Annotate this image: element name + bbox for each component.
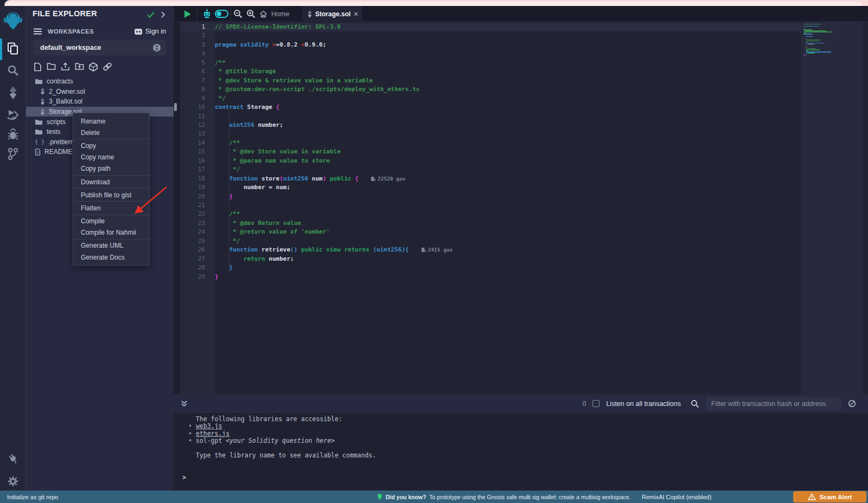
line-number: 12 — [180, 121, 205, 130]
copilot-status[interactable]: RemixAI Copilot (enabled) — [642, 491, 711, 503]
file-explorer-icon[interactable] — [0, 42, 26, 55]
code-line-1: // SPDX-License-Identifier: GPL-3.0 — [215, 23, 341, 31]
code-line-23: * @dev Return value — [215, 219, 301, 228]
line-number: 6 — [180, 67, 205, 76]
settings-icon[interactable] — [0, 475, 26, 487]
menu-item-download[interactable]: Download — [73, 176, 149, 188]
line-number: 27 — [180, 255, 205, 263]
new-file-icon[interactable] — [34, 62, 42, 72]
line-number: 7 — [180, 76, 205, 85]
line-number: 17 — [180, 165, 205, 174]
code-line-18: function store(uint256 num) public {2252… — [215, 175, 405, 183]
zoom-out-icon[interactable] — [233, 9, 242, 18]
minimap[interactable] — [801, 22, 863, 394]
menu-item-flatten[interactable]: Flatten — [73, 202, 149, 214]
code-line-10: contract Storage { — [215, 103, 279, 112]
line-number: 18 — [180, 175, 205, 183]
run-script-button[interactable] — [184, 10, 191, 18]
line-number: 15 — [180, 147, 205, 156]
minimap-line — [804, 31, 833, 32]
tab-storage-sol[interactable]: Storage.sol ✕ — [302, 6, 362, 22]
clear-console-icon[interactable] — [848, 399, 856, 408]
code-line-12: uint256 number; — [215, 121, 283, 130]
menu-item-generate-uml[interactable]: Generate UML — [73, 240, 149, 252]
menu-item-delete[interactable]: Delete — [73, 127, 149, 138]
copilot-toggle[interactable] — [215, 10, 228, 18]
ai-copilot-robot-icon[interactable] — [202, 9, 212, 19]
tab-home[interactable]: Home — [259, 6, 289, 22]
code-line-27: return number; — [215, 255, 294, 263]
tree-item-label: scripts — [47, 118, 66, 126]
sign-in-button[interactable]: Sign in — [134, 28, 166, 35]
tree-item-3-ballot-sol[interactable]: 3_Ballot.sol — [26, 96, 174, 107]
remix-logo-icon[interactable] — [0, 10, 26, 31]
tree-item-label: contracts — [47, 78, 73, 85]
listen-all-transactions-checkbox[interactable] — [592, 400, 599, 407]
chevron-right-icon[interactable] — [161, 11, 165, 18]
tree-item-contracts[interactable]: contracts — [26, 76, 174, 87]
zoom-in-icon[interactable] — [246, 9, 256, 18]
workspaces-label: WORKSPACES — [48, 28, 94, 35]
ipfs-box-icon[interactable] — [89, 62, 98, 72]
menu-item-compile-for-nahmii[interactable]: Compile for Nahmii — [73, 227, 149, 238]
menu-separator — [73, 139, 149, 139]
editor-tabbar: Home Storage.sol ✕ — [174, 6, 868, 22]
menu-item-copy[interactable]: Copy — [73, 140, 149, 151]
scam-alert-badge[interactable]: Scam Alert — [793, 491, 866, 502]
search-icon[interactable] — [0, 65, 26, 76]
upload-folder-icon[interactable] — [75, 62, 84, 72]
search-icon[interactable] — [691, 399, 699, 408]
line-number: 28 — [180, 263, 205, 272]
tree-item-2-owner-sol[interactable]: 2_Owner.sol — [26, 87, 174, 97]
code-line-8: * @custom:dev-run-script ./scripts/deplo… — [215, 85, 420, 94]
code-line-16: * @param num value to store — [215, 157, 330, 165]
warning-icon — [808, 493, 816, 500]
code-line-5: /** — [215, 59, 226, 67]
git-icon[interactable] — [0, 147, 26, 160]
line-number: 24 — [180, 228, 205, 236]
menu-item-publish-file-to-gist[interactable]: Publish file to gist — [73, 189, 149, 201]
minimap-line — [806, 36, 813, 37]
terminal-prompt: > — [182, 474, 186, 481]
solidity-compiler-icon[interactable] — [0, 86, 26, 99]
check-icon[interactable] — [146, 11, 155, 18]
minimap-line — [803, 34, 813, 34]
gas-estimate-badge: 2415 gas — [421, 246, 453, 254]
terminal-library-link[interactable]: • web3.js — [188, 423, 222, 430]
init-git-repo-button[interactable]: Initialize as git repo — [7, 491, 58, 503]
plugin-manager-icon[interactable] — [0, 453, 26, 465]
link-icon[interactable] — [103, 62, 112, 72]
menu-item-rename[interactable]: Rename — [73, 115, 149, 127]
code-line-6: * @title Storage — [215, 67, 276, 76]
deploy-run-icon[interactable] — [0, 109, 26, 121]
code-line-20: } — [215, 192, 233, 201]
minimap-line — [803, 24, 821, 24]
expand-terminal-icon[interactable] — [181, 400, 188, 408]
menu-item-compile[interactable]: Compile — [73, 216, 149, 227]
upload-file-icon[interactable] — [61, 62, 70, 72]
line-number: 19 — [180, 183, 205, 192]
minimap-line — [806, 40, 822, 40]
transaction-filter-input[interactable] — [706, 397, 841, 410]
workspace-select[interactable]: default_workspace — [34, 40, 166, 55]
browser-top-strip — [4, 0, 868, 6]
new-folder-icon[interactable] — [47, 62, 56, 72]
tree-item-label: tests — [47, 128, 60, 136]
line-number: 9 — [180, 94, 205, 103]
menu-item-copy-path[interactable]: Copy path — [73, 163, 149, 175]
code-line-14: /** — [215, 139, 240, 147]
minimap-line — [806, 54, 807, 54]
panel-title: FILE EXPLORER — [33, 9, 97, 18]
menu-item-generate-docs[interactable]: Generate Docs — [73, 252, 149, 263]
gas-estimate-badge: 22520 gas — [371, 175, 405, 183]
minimap-line — [808, 53, 815, 53]
terminal-output[interactable]: The following libraries are accessible:•… — [174, 413, 868, 491]
debugger-icon[interactable] — [0, 128, 26, 140]
close-tab-icon[interactable]: ✕ — [353, 10, 359, 18]
menu-item-copy-name[interactable]: Copy name — [73, 152, 149, 163]
terminal-library-link[interactable]: • ethers.js — [188, 430, 229, 437]
code-line-25: */ — [215, 237, 240, 246]
code-editor[interactable]: // SPDX-License-Identifier: GPL-3.0pragm… — [174, 22, 868, 394]
terminal-line: Type the library name to see available c… — [188, 452, 376, 459]
hamburger-icon[interactable] — [34, 28, 42, 35]
